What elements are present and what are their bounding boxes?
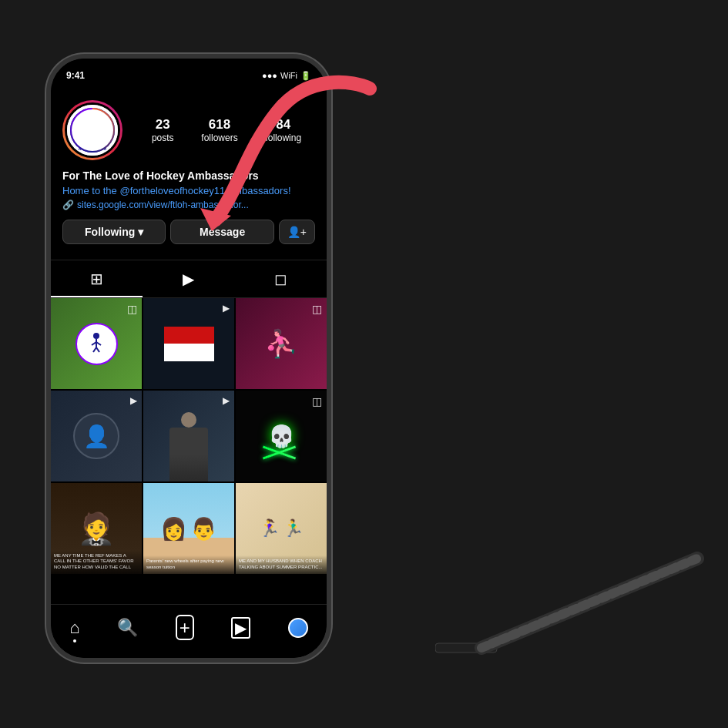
nav-avatar (288, 618, 308, 638)
post-5-reel-icon: ▶ (223, 395, 230, 406)
post-2-reel-icon: ▶ (223, 303, 230, 314)
post-3-save-icon: ◫ (312, 303, 322, 315)
svg-text:FOR THE LOVE: FOR THE LOVE (81, 136, 103, 139)
svg-point-1 (79, 111, 106, 139)
post-6-save-icon: ◫ (312, 395, 322, 408)
tab-reels[interactable]: ▶ (143, 260, 234, 297)
post-3[interactable]: ⛹ ◫ (236, 298, 327, 389)
link-icon: 🔗 (62, 200, 74, 210)
svg-line-5 (92, 123, 97, 126)
svg-line-7 (92, 128, 96, 133)
post-7-text: ME ANY TIME THE REF MAKES A CALL IN THE … (51, 550, 142, 574)
nav-profile[interactable] (288, 618, 308, 638)
nav-dot (73, 639, 76, 642)
post-4-reel-icon: ▶ (130, 395, 137, 406)
bottom-nav: ⌂ 🔍 + ▶ (51, 604, 327, 658)
svg-point-11 (93, 333, 99, 339)
nav-reels[interactable]: ▶ (231, 618, 250, 638)
posts-grid: ◫ ▶ ⛹ ◫ (51, 298, 327, 574)
post-6[interactable]: 💀 ◫ (236, 391, 327, 481)
svg-line-4 (88, 123, 92, 126)
tab-tagged[interactable]: ◻ (235, 260, 327, 297)
svg-line-6 (89, 128, 92, 133)
nav-search[interactable]: 🔍 (117, 618, 138, 638)
post-1-save-icon: ◫ (127, 303, 137, 315)
post-8[interactable]: 👩 👨 Parents' new wheels after paying new… (143, 483, 234, 574)
following-button[interactable]: Following ▾ (62, 220, 166, 244)
post-1[interactable]: ◫ (51, 298, 142, 389)
svg-point-2 (89, 114, 96, 120)
tab-grid[interactable]: ⊞ (51, 260, 143, 297)
post-8-text: Parents' new wheels after paying new sea… (143, 555, 234, 574)
nav-home[interactable]: ⌂ (69, 618, 79, 638)
post-5[interactable]: ▶ (143, 391, 234, 481)
post-9-text: ME AND MY HUSBAND WHEN COACH TALKING ABO… (236, 555, 327, 574)
post-9[interactable]: 🏃‍♀️ 🏃‍♂️ ME AND MY HUSBAND WHEN COACH T… (236, 483, 327, 574)
svg-line-19 (481, 559, 697, 648)
bio-text: Home to the (62, 185, 117, 196)
avatar[interactable]: FOR THE LOVE OF HOCKEY FOR THE LOVEOF HO… (62, 100, 122, 160)
svg-text:OF HOCKEY: OF HOCKEY (83, 139, 99, 139)
post-2[interactable]: ▶ (143, 298, 234, 389)
post-4[interactable]: 👤 ▶ (51, 391, 142, 481)
post-7[interactable]: 🤵 ME ANY TIME THE REF MAKES A CALL IN TH… (51, 483, 142, 574)
nav-add[interactable]: + (176, 617, 194, 639)
arrow-decoration (169, 65, 385, 235)
tab-bar: ⊞ ▶ ◻ (51, 260, 327, 298)
hockey-stick-decoration (435, 551, 713, 689)
